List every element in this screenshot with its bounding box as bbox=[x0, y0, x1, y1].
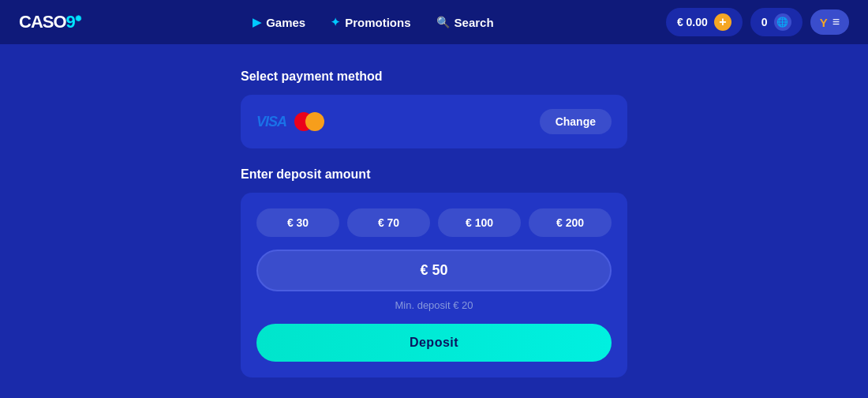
header-right: € 0.00 + 0 🌐 Y ≡ bbox=[666, 8, 849, 36]
play-icon: ▶ bbox=[253, 16, 261, 28]
deposit-card: € 30 € 70 € 100 € 200 € 50 Min. deposit … bbox=[241, 193, 627, 377]
preset-70[interactable]: € 70 bbox=[347, 208, 430, 237]
search-label: Search bbox=[455, 16, 494, 29]
promotions-label: Promotions bbox=[345, 16, 410, 29]
amount-value: € 50 bbox=[420, 262, 447, 278]
user-initial: Y bbox=[820, 16, 828, 29]
search-icon: 🔍 bbox=[436, 16, 450, 28]
amount-presets: € 30 € 70 € 100 € 200 bbox=[256, 208, 612, 237]
preset-200[interactable]: € 200 bbox=[529, 208, 612, 237]
min-deposit-label: Min. deposit € 20 bbox=[256, 299, 612, 311]
sparkle-icon: ✦ bbox=[331, 16, 340, 28]
deposit-section-label: Enter deposit amount bbox=[241, 167, 627, 182]
user-menu-button[interactable]: Y ≡ bbox=[810, 9, 849, 35]
payment-section-label: Select payment method bbox=[241, 69, 627, 84]
change-payment-button[interactable]: Change bbox=[540, 109, 612, 134]
balance-amount: € 0.00 bbox=[677, 16, 708, 28]
hamburger-icon: ≡ bbox=[832, 15, 840, 29]
preset-100[interactable]: € 100 bbox=[438, 208, 521, 237]
mastercard-logo bbox=[294, 112, 324, 131]
nav-promotions[interactable]: ✦ Promotions bbox=[331, 16, 410, 29]
balance-button[interactable]: € 0.00 + bbox=[666, 8, 743, 36]
deposit-button[interactable]: Deposit bbox=[256, 324, 612, 362]
main-nav: ▶ Games ✦ Promotions 🔍 Search bbox=[253, 16, 493, 29]
payment-method-card: VISA Change bbox=[241, 95, 627, 148]
logo-text: CASO9✺ bbox=[19, 12, 80, 32]
games-label: Games bbox=[266, 16, 305, 29]
card-logos: VISA bbox=[256, 112, 324, 131]
visa-logo: VISA bbox=[256, 114, 286, 130]
add-funds-button[interactable]: + bbox=[714, 13, 731, 31]
counter-button[interactable]: 0 🌐 bbox=[750, 8, 803, 36]
header: CASO9✺ ▶ Games ✦ Promotions 🔍 Search € 0… bbox=[0, 0, 868, 44]
nav-search[interactable]: 🔍 Search bbox=[436, 16, 494, 29]
globe-icon: 🌐 bbox=[774, 13, 791, 31]
main-content: Select payment method VISA Change Enter … bbox=[0, 44, 868, 398]
nav-games[interactable]: ▶ Games bbox=[253, 16, 305, 29]
mastercard-orange-circle bbox=[305, 112, 324, 131]
amount-input-container[interactable]: € 50 bbox=[256, 250, 612, 291]
preset-30[interactable]: € 30 bbox=[256, 208, 339, 237]
counter-value: 0 bbox=[761, 16, 768, 28]
logo: CASO9✺ bbox=[19, 12, 80, 32]
